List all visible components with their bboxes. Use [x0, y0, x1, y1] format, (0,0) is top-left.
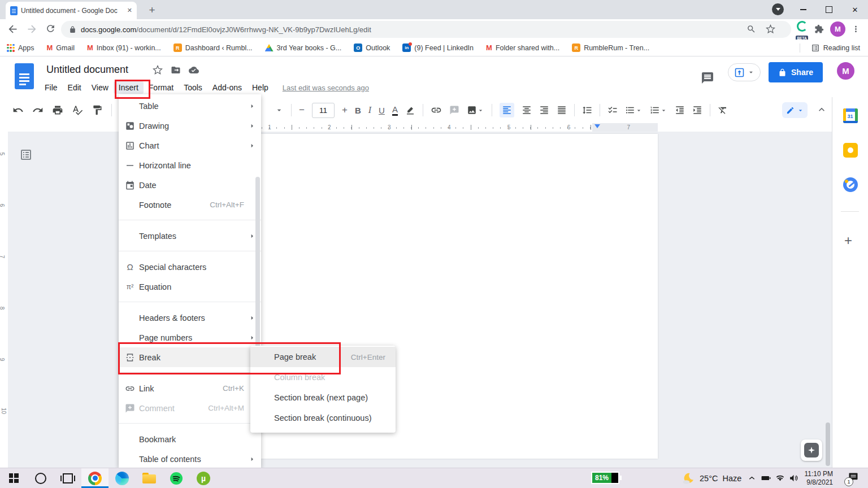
- browser-tab[interactable]: Untitled document - Google Doc ✕: [6, 2, 137, 19]
- insert-menu-item-special-characters[interactable]: ΩSpecial characters: [119, 257, 261, 277]
- insert-menu-item-equation[interactable]: π²Equation: [119, 277, 261, 297]
- start-button[interactable]: [0, 468, 27, 488]
- tray-battery-icon[interactable]: [761, 473, 771, 483]
- line-spacing-button[interactable]: [582, 105, 592, 115]
- star-outline-icon[interactable]: [153, 65, 163, 75]
- styles-dropdown-caret[interactable]: [275, 106, 284, 115]
- tasks-panel-icon[interactable]: [843, 177, 858, 192]
- bookmark-outlook[interactable]: OOutlook: [354, 43, 390, 52]
- menubar-item-add-ons[interactable]: Add-ons: [207, 81, 247, 94]
- present-button[interactable]: [728, 63, 761, 81]
- menubar-item-insert[interactable]: Insert: [114, 81, 144, 94]
- increase-font-size-button[interactable]: +: [342, 104, 348, 116]
- explore-button[interactable]: [801, 439, 822, 461]
- browser-menu-kebab-icon[interactable]: [851, 24, 861, 34]
- titlebar-status-circle-icon[interactable]: [772, 3, 784, 15]
- url-input[interactable]: docs.google.com/document/d/12FmdEl0ovjzJ…: [61, 21, 791, 38]
- menubar-item-format[interactable]: Format: [144, 81, 179, 94]
- insert-menu-item-headers-footers[interactable]: Headers & footers: [119, 308, 261, 328]
- share-button[interactable]: Share: [769, 62, 823, 82]
- action-center-icon[interactable]: 1: [848, 472, 859, 485]
- insert-menu-item-bookmark[interactable]: Bookmark: [119, 429, 261, 449]
- taskbar-file-explorer-button[interactable]: [136, 468, 163, 488]
- break-submenu-item-page-break[interactable]: Page breakCtrl+Enter: [250, 347, 396, 367]
- insert-menu-item-date[interactable]: Date: [119, 175, 261, 195]
- menubar-item-help[interactable]: Help: [247, 81, 274, 94]
- tray-volume-icon[interactable]: [789, 473, 798, 483]
- collapse-toolbar-icon[interactable]: [816, 104, 827, 115]
- bookmark-star-icon[interactable]: [766, 24, 775, 34]
- numbered-list-button[interactable]: [650, 105, 667, 115]
- taskbar-chrome-button[interactable]: [81, 468, 108, 488]
- decrease-font-size-button[interactable]: −: [299, 104, 305, 116]
- add-panel-plus-icon[interactable]: +: [844, 233, 852, 249]
- bookmark-inbox-91-workin[interactable]: MInbox (91) - workin...: [87, 44, 161, 52]
- taskbar-spotify-button[interactable]: [163, 468, 190, 488]
- bookmark-apps[interactable]: Apps: [7, 44, 34, 52]
- forward-icon[interactable]: [26, 23, 38, 35]
- docs-profile-avatar[interactable]: M: [837, 62, 854, 80]
- break-submenu-item-section-break-continuous[interactable]: Section break (continuous): [250, 408, 396, 428]
- font-size-input[interactable]: 11: [312, 103, 335, 118]
- minimize-button[interactable]: [790, 0, 816, 19]
- bold-button[interactable]: B: [355, 106, 361, 115]
- decrease-indent-button[interactable]: [675, 105, 685, 115]
- underline-button[interactable]: U: [379, 106, 385, 115]
- tray-expand-icon[interactable]: [747, 473, 757, 483]
- break-submenu-item-section-break-next-page[interactable]: Section break (next page): [250, 387, 396, 408]
- document-title[interactable]: Untitled document: [46, 64, 128, 76]
- bookmark-folder-shared-with[interactable]: MFolder shared with...: [486, 44, 559, 52]
- menubar-item-edit[interactable]: Edit: [63, 81, 86, 94]
- insert-menu-item-break[interactable]: Break: [119, 347, 261, 367]
- reading-list-button[interactable]: Reading list: [811, 40, 860, 56]
- bookmark-9-feed-linkedin[interactable]: in(9) Feed | LinkedIn: [402, 43, 474, 52]
- bookmark-dashboard-rumbl[interactable]: RDashboard ‹ Rumbl...: [173, 43, 253, 52]
- editing-mode-button[interactable]: [782, 102, 808, 118]
- insert-menu-item-drawing[interactable]: Drawing: [119, 116, 261, 136]
- comment-history-icon[interactable]: [701, 71, 714, 85]
- document-outline-icon[interactable]: [19, 148, 33, 162]
- taskbar-clock[interactable]: 11:10 PM 9/8/2021: [798, 470, 833, 487]
- maximize-button[interactable]: [816, 0, 842, 19]
- insert-link-button[interactable]: [431, 104, 442, 116]
- insert-menu-item-table-of-contents[interactable]: Table of contents: [119, 449, 261, 469]
- bookmark-gmail[interactable]: MGmail: [47, 44, 75, 52]
- insert-image-button[interactable]: [467, 105, 484, 115]
- increase-indent-button[interactable]: [692, 105, 702, 115]
- paint-format-button[interactable]: [92, 104, 103, 116]
- task-view-button[interactable]: [54, 468, 81, 488]
- italic-button[interactable]: I: [368, 105, 371, 115]
- insert-menu-item-footnote[interactable]: FootnoteCtrl+Alt+F: [119, 195, 261, 215]
- insert-menu-item-templates[interactable]: Templates: [119, 226, 261, 246]
- calendar-panel-icon[interactable]: 31: [843, 108, 858, 123]
- cortana-button[interactable]: [27, 468, 54, 488]
- tab-close-icon[interactable]: ✕: [127, 7, 132, 14]
- spelling-check-button[interactable]: [72, 104, 83, 116]
- print-button[interactable]: [52, 104, 63, 116]
- highlight-color-button[interactable]: [405, 105, 415, 115]
- align-center-button[interactable]: [522, 105, 532, 115]
- menubar-item-view[interactable]: View: [86, 81, 114, 94]
- last-edit-link[interactable]: Last edit was seconds ago: [283, 84, 369, 92]
- taskbar-utorrent-button[interactable]: µ: [190, 468, 217, 488]
- battery-percent-widget[interactable]: 81%: [591, 472, 619, 484]
- zoom-icon[interactable]: [747, 24, 756, 34]
- checklist-button[interactable]: [607, 105, 618, 115]
- extensions-puzzle-icon[interactable]: [814, 24, 824, 34]
- insert-menu-item-table[interactable]: Table: [119, 96, 261, 116]
- redo-button[interactable]: [32, 104, 44, 116]
- document-scrollbar[interactable]: [826, 422, 830, 466]
- close-button[interactable]: ✕: [842, 0, 868, 19]
- menubar-item-file[interactable]: File: [40, 81, 63, 94]
- taskbar-edge-button[interactable]: [108, 468, 136, 488]
- weather-widget[interactable]: 25°C Haze: [682, 468, 741, 488]
- reload-icon[interactable]: [45, 23, 56, 34]
- bookmark-rumblerum-tren[interactable]: RRumbleRum - Tren...: [572, 43, 649, 52]
- move-folder-icon[interactable]: [171, 65, 181, 75]
- new-tab-button[interactable]: +: [145, 3, 159, 18]
- right-indent-marker[interactable]: [594, 124, 600, 128]
- google-docs-logo[interactable]: [15, 63, 34, 89]
- align-left-button[interactable]: [500, 103, 514, 117]
- undo-button[interactable]: [12, 104, 24, 116]
- text-color-button[interactable]: A: [392, 105, 398, 116]
